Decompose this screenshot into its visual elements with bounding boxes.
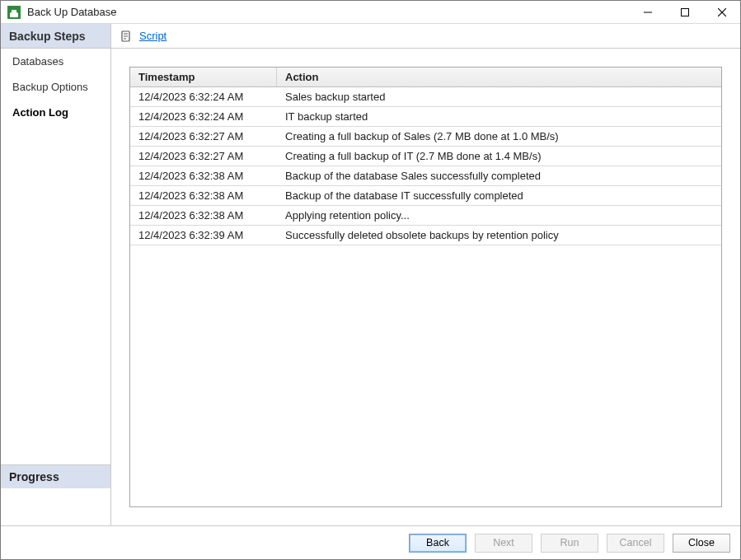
log-cell-action: IT backup started (277, 107, 721, 126)
window-title: Back Up Database (27, 6, 116, 18)
backup-steps-header: Backup Steps (1, 24, 111, 49)
log-cell-action: Backup of the database Sales successfull… (277, 166, 721, 185)
log-row[interactable]: 12/4/2023 6:32:27 AMCreating a full back… (130, 147, 721, 166)
log-row[interactable]: 12/4/2023 6:32:27 AMCreating a full back… (130, 127, 721, 147)
log-header-row: Timestamp Action (130, 68, 721, 87)
minimize-button[interactable] (629, 1, 666, 24)
log-cell-timestamp: 12/4/2023 6:32:24 AM (130, 87, 277, 106)
sidebar-item-databases[interactable]: Databases (1, 49, 110, 74)
app-icon (7, 6, 21, 19)
log-cell-timestamp: 12/4/2023 6:32:24 AM (130, 107, 277, 126)
script-link[interactable]: Script (139, 30, 166, 42)
log-row[interactable]: 12/4/2023 6:32:24 AMIT backup started (130, 107, 721, 127)
log-row[interactable]: 12/4/2023 6:32:38 AMApplying retention p… (130, 206, 721, 226)
log-rows[interactable]: 12/4/2023 6:32:24 AMSales backup started… (130, 87, 721, 506)
log-cell-action: Successfully deleted obsolete backups by… (277, 226, 721, 245)
toolbar: Backup Steps Script (1, 24, 740, 49)
footer: Back Next Run Cancel Close (1, 526, 740, 559)
maximize-button[interactable] (666, 1, 703, 24)
body: Databases Backup Options Action Log Prog… (1, 49, 740, 526)
progress-body (1, 488, 110, 525)
run-button[interactable]: Run (541, 534, 598, 553)
log-cell-timestamp: 12/4/2023 6:32:38 AM (130, 206, 277, 225)
action-log-table: Timestamp Action 12/4/2023 6:32:24 AMSal… (129, 67, 722, 507)
log-cell-timestamp: 12/4/2023 6:32:27 AM (130, 127, 277, 146)
titlebar: Back Up Database (1, 1, 740, 24)
minimize-icon (644, 8, 652, 16)
close-icon (718, 8, 726, 16)
close-button[interactable]: Close (673, 534, 730, 553)
log-cell-action: Creating a full backup of IT (2.7 MB don… (277, 147, 721, 166)
col-header-timestamp[interactable]: Timestamp (130, 68, 277, 86)
log-row[interactable]: 12/4/2023 6:32:39 AMSuccessfully deleted… (130, 226, 721, 245)
sidebar-item-backup-options[interactable]: Backup Options (1, 74, 110, 100)
cancel-button[interactable]: Cancel (607, 534, 664, 553)
close-window-button[interactable] (703, 1, 740, 24)
script-icon (120, 30, 133, 43)
log-cell-action: Applying retention policy... (277, 206, 721, 225)
log-cell-action: Sales backup started (277, 87, 721, 106)
log-cell-timestamp: 12/4/2023 6:32:39 AM (130, 226, 277, 245)
svg-rect-3 (681, 8, 688, 16)
next-button[interactable]: Next (475, 534, 532, 553)
content-area: Timestamp Action 12/4/2023 6:32:24 AMSal… (111, 49, 740, 525)
maximize-icon (681, 8, 689, 16)
window-frame: Back Up Database Backup Steps Script (0, 0, 741, 560)
sidebar: Databases Backup Options Action Log Prog… (1, 49, 111, 525)
log-cell-timestamp: 12/4/2023 6:32:27 AM (130, 147, 277, 166)
log-cell-action: Backup of the database IT successfully c… (277, 186, 721, 205)
col-header-action[interactable]: Action (277, 68, 721, 86)
log-cell-timestamp: 12/4/2023 6:32:38 AM (130, 166, 277, 185)
progress-header: Progress (1, 464, 110, 488)
log-row[interactable]: 12/4/2023 6:32:38 AMBackup of the databa… (130, 166, 721, 186)
log-row[interactable]: 12/4/2023 6:32:38 AMBackup of the databa… (130, 186, 721, 206)
sidebar-item-action-log[interactable]: Action Log (1, 100, 110, 125)
toolbar-right: Script (111, 24, 740, 48)
back-button[interactable]: Back (409, 534, 467, 553)
log-row[interactable]: 12/4/2023 6:32:24 AMSales backup started (130, 87, 721, 107)
log-cell-action: Creating a full backup of Sales (2.7 MB … (277, 127, 721, 146)
log-cell-timestamp: 12/4/2023 6:32:38 AM (130, 186, 277, 205)
